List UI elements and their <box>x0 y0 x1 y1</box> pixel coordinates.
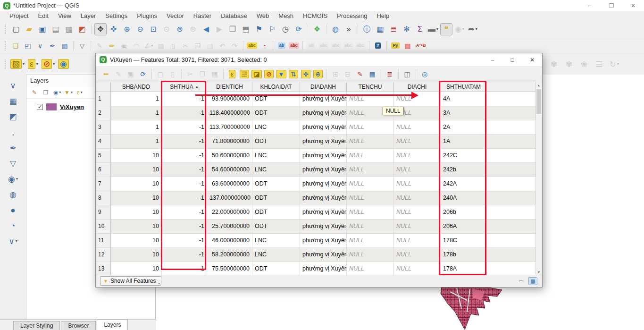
row-number[interactable]: 12 <box>96 248 111 262</box>
open-project-icon[interactable]: ▰ <box>23 23 35 35</box>
show-spatial-bookmarks-icon[interactable]: ⚐ <box>266 23 278 35</box>
cell-diadanh[interactable]: phường vị Xuyên <box>300 234 347 247</box>
menu-project[interactable]: Project <box>5 11 33 20</box>
cell-khloaidat[interactable]: LNC <box>252 120 300 134</box>
cell-shbando[interactable]: 10 <box>111 220 162 233</box>
column-header-diadanh[interactable]: DIADANH <box>300 82 347 92</box>
cell-khloaidat[interactable]: LNC <box>252 149 300 162</box>
row-number[interactable]: 10 <box>96 220 111 233</box>
menu-help[interactable]: Help <box>372 11 394 20</box>
help-icon[interactable]: ? <box>372 40 384 51</box>
add-postgis-layer-icon[interactable]: ◉ <box>6 172 20 186</box>
cell-shbando[interactable]: 1 <box>111 106 162 120</box>
column-header-shbando[interactable]: SHBANDO <box>111 82 162 92</box>
cell-khloaidat[interactable]: ODT <box>252 220 300 233</box>
cell-dientich[interactable]: 93.900000000 <box>207 92 252 106</box>
cell-dientich[interactable]: 46.000000000 <box>207 234 252 247</box>
cell-diachi[interactable]: NULL <box>394 262 441 276</box>
cell-shbando[interactable]: 10 <box>111 191 162 205</box>
cell-diachi[interactable]: NULL <box>394 163 441 177</box>
select-by-location-icon[interactable]: ◉ <box>56 57 70 71</box>
cell-shbando[interactable]: 10 <box>111 163 162 177</box>
cell-shthua[interactable]: -1 <box>162 135 207 148</box>
processing-toolbox-icon[interactable]: ✻ <box>401 23 413 35</box>
cell-diachi[interactable]: NULL <box>394 234 441 247</box>
cell-shthuatam[interactable]: 178b <box>441 248 487 262</box>
pan-map-icon[interactable]: ✥ <box>94 23 107 35</box>
cell-dientich[interactable]: 118.400000000 <box>207 106 252 120</box>
menu-view[interactable]: View <box>53 11 76 20</box>
cell-shthua[interactable]: -1 <box>162 120 207 134</box>
toggle-editing-icon[interactable]: ✏ <box>100 68 112 80</box>
quickmapservices-icon[interactable]: ◍ <box>329 23 342 35</box>
menu-raster[interactable]: Raster <box>189 11 216 20</box>
row-number[interactable]: 5 <box>96 149 111 162</box>
new-shapefile-layer-icon[interactable]: ∨ <box>34 40 46 51</box>
cell-tenchu[interactable]: NULL <box>347 163 394 177</box>
row-number[interactable]: 1 <box>96 92 111 106</box>
dock-attribute-table-icon[interactable]: ◫ <box>401 68 413 80</box>
show-layout-manager-icon[interactable]: ▥ <box>63 23 75 35</box>
refresh-map-icon[interactable]: ⟳ <box>293 23 305 35</box>
cell-shthuatam[interactable]: 1A <box>441 135 487 148</box>
column-header-khloaidat[interactable]: KHLOAIDAT <box>252 82 300 92</box>
row-number[interactable]: 6 <box>96 163 111 177</box>
cell-diadanh[interactable]: phường vị Xuyên <box>300 163 347 177</box>
minimize-icon[interactable]: – <box>579 0 601 11</box>
pin-unpin-labels-icon[interactable]: ab <box>276 40 287 51</box>
pan-to-selection-icon[interactable]: ✜ <box>108 23 120 35</box>
tab-browser[interactable]: Browser <box>61 321 96 330</box>
cell-tenchu[interactable]: NULL <box>347 262 394 276</box>
new-virtual-layer-icon[interactable]: ▽ <box>76 40 88 51</box>
dialog-maximize-icon[interactable]: □ <box>502 53 522 67</box>
column-header-dientich[interactable]: DIENTICH <box>207 82 252 92</box>
row-number[interactable]: 13 <box>96 262 111 276</box>
cell-shthua[interactable]: -1 <box>162 220 207 233</box>
new-spatial-bookmark-icon[interactable]: ⚑ <box>253 23 265 35</box>
menu-mesh[interactable]: Mesh <box>274 11 298 20</box>
switch-to-form-view-icon[interactable]: ▭ <box>517 277 526 285</box>
cell-diachi[interactable]: NULL <box>394 177 441 191</box>
edit-expression-field-icon[interactable]: ✎ <box>354 68 366 80</box>
cell-tenchu[interactable]: NULL <box>347 120 394 134</box>
zoom-to-layer-icon[interactable]: ⊚ <box>174 23 186 35</box>
temporal-controller-icon[interactable]: ◷ <box>279 23 292 35</box>
dialog-close-icon[interactable]: ✕ <box>522 53 542 67</box>
cell-shthua[interactable]: -1 <box>162 106 207 120</box>
cell-dientich[interactable]: 75.500000000 <box>207 262 252 276</box>
python-console-icon[interactable]: Py <box>390 40 401 51</box>
cell-dientich[interactable]: 54.600000000 <box>207 163 252 177</box>
cell-shthua[interactable]: -1 <box>162 163 207 177</box>
row-number[interactable]: 2 <box>96 106 111 120</box>
cell-khloaidat[interactable]: LNC <box>252 163 300 177</box>
new-geopackage-layer-icon[interactable]: ✒ <box>47 40 58 51</box>
cell-shthuatam[interactable]: 206A <box>441 220 487 233</box>
menu-plugins[interactable]: Plugins <box>132 11 162 20</box>
row-number[interactable]: 7 <box>96 177 111 191</box>
move-selection-to-top-icon[interactable]: ⇅ <box>288 68 299 80</box>
tab-layer-styling[interactable]: Layer Styling <box>13 321 60 330</box>
table-corner-cell[interactable] <box>96 82 111 92</box>
identify-features-icon[interactable]: ⓘ <box>361 23 373 35</box>
open-attribute-table-icon[interactable]: ▦ <box>374 23 386 35</box>
menu-vector[interactable]: Vector <box>162 11 189 20</box>
save-project-icon[interactable]: ▣ <box>36 23 49 35</box>
cell-shthua[interactable]: -1 <box>162 262 207 276</box>
cell-tenchu[interactable]: NULL <box>347 220 394 233</box>
zoom-last-icon[interactable]: ◀ <box>200 23 212 35</box>
scroll-up-icon[interactable]: ▲ <box>536 82 542 89</box>
cell-tenchu[interactable]: NULL <box>347 177 394 191</box>
column-header-diachi[interactable]: DIACHI <box>394 82 441 92</box>
cell-shthuatam[interactable]: 4A <box>441 92 487 106</box>
filter-legend-funnel-icon[interactable]: ▼ <box>64 88 73 97</box>
cell-dientich[interactable]: 63.600000000 <box>207 177 252 191</box>
layer-labeling-icon[interactable]: abc <box>246 40 258 51</box>
cell-dientich[interactable]: 25.700000000 <box>207 220 252 233</box>
cell-diadanh[interactable]: phường vị Xuyên <box>300 92 347 106</box>
column-header-shthuatam[interactable]: SHTHUATAM <box>441 82 487 92</box>
cell-diachi[interactable]: NULL <box>394 120 441 134</box>
add-delimited-text-layer-icon[interactable]: , <box>6 125 20 139</box>
cell-tenchu[interactable]: NULL <box>347 92 394 106</box>
add-wfs-layer-icon[interactable]: ◔ <box>6 219 20 233</box>
row-number[interactable]: 8 <box>96 191 111 205</box>
